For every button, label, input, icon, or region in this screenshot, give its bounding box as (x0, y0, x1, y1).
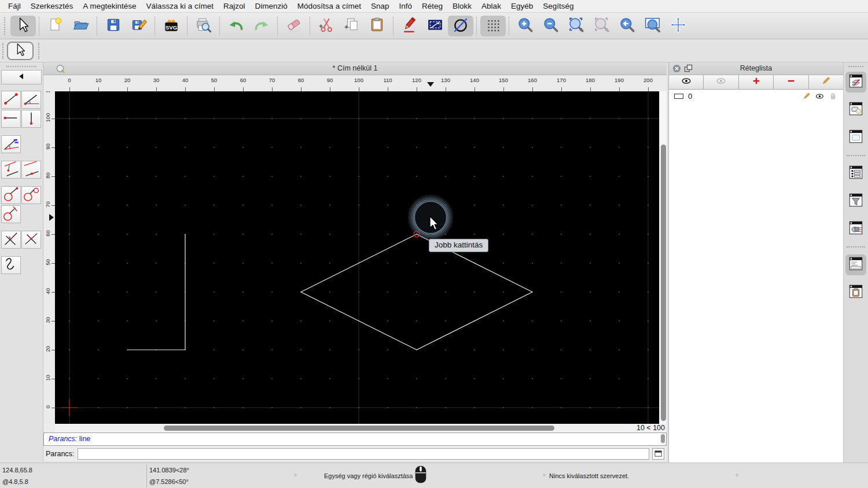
ruler-label: 80 (45, 168, 51, 183)
drawing-canvas[interactable]: Jobb kattintás (55, 91, 659, 424)
show-all-layers-button[interactable] (669, 75, 704, 89)
ruler-tick (417, 87, 417, 91)
command-history-label: Parancs: (49, 435, 77, 443)
undock-icon[interactable] (684, 64, 693, 77)
tool-line-vertical[interactable] (21, 110, 41, 128)
tool-line-tangent-circles[interactable] (21, 186, 41, 204)
new-document-button[interactable] (43, 16, 68, 36)
undo-button[interactable] (223, 16, 249, 36)
open-folder-icon (72, 16, 90, 36)
menu-blokk[interactable]: Blokk (453, 2, 472, 10)
layer-panel-header: Réteglista (669, 62, 843, 75)
dock-entity-list-button[interactable] (845, 163, 866, 184)
dock-clipboard-button[interactable] (845, 282, 866, 303)
menu-rajzol[interactable]: Rajzol (223, 2, 245, 10)
tool-line-angle[interactable] (21, 91, 41, 109)
vertical-scrollbar-thumb[interactable] (661, 145, 666, 421)
zoom-previous-button[interactable] (589, 16, 615, 36)
zoom-window-button[interactable] (640, 16, 665, 36)
tool-line-freehand[interactable] (1, 256, 21, 274)
menu-ablak[interactable]: Ablak (481, 2, 501, 10)
zoom-in-button[interactable] (513, 16, 538, 36)
draft-mode-button[interactable] (448, 16, 473, 36)
dock-layer-list-button[interactable] (845, 72, 866, 93)
edit-layer-button[interactable] (809, 75, 843, 89)
menu-infó[interactable]: Infó (399, 2, 413, 10)
save-button[interactable] (101, 16, 126, 36)
add-layer-button[interactable] (739, 75, 774, 89)
zoom-out-button[interactable] (538, 16, 564, 36)
layer-row[interactable]: 0 (669, 90, 843, 103)
horizontal-scrollbar-thumb[interactable] (164, 426, 554, 431)
palette-back-button[interactable] (1, 70, 42, 84)
ruler-label: 50 (205, 77, 223, 83)
ruler-label: 100 (45, 110, 51, 125)
tool-line-tangent-orthogonal[interactable] (1, 205, 21, 223)
vertical-ruler: 0102030405060708090100110 (43, 91, 55, 424)
menu-módosítsa-a-címet[interactable]: Módosítsa a címet (297, 2, 361, 10)
zoom-auto-button[interactable] (564, 16, 589, 36)
tool-line-parallel-through-point[interactable] (1, 161, 21, 179)
menu-a-megtekintése[interactable]: A megtekintése (83, 2, 136, 10)
save-as-button[interactable] (126, 16, 152, 36)
ruler-tick (590, 87, 591, 91)
dock-command-widget-button[interactable] (845, 254, 866, 275)
dock-entity-filter-button[interactable] (845, 191, 866, 212)
eye-icon[interactable] (815, 91, 825, 101)
tool-line-two-points[interactable] (1, 91, 21, 109)
ruler-tick (446, 87, 446, 91)
menu-fájl[interactable]: Fájl (8, 2, 21, 10)
print-preview-button[interactable] (191, 16, 216, 36)
command-options-button[interactable] (652, 448, 664, 460)
canvas-horizontal-scrollbar[interactable]: 10 < 100 (55, 424, 667, 432)
zoom-pan-button[interactable] (665, 16, 691, 36)
paste-button[interactable] (365, 16, 390, 36)
save-icon (105, 16, 122, 36)
command-input[interactable] (78, 448, 649, 460)
lock-icon[interactable] (828, 91, 838, 101)
menu-dimenzió[interactable]: Dimenzió (255, 2, 287, 10)
history-scrollbar[interactable] (660, 434, 665, 445)
back-arrow-icon (13, 69, 30, 86)
menu-egyéb[interactable]: Egyéb (511, 2, 533, 10)
menu-szerkesztés[interactable]: Szerkesztés (31, 2, 73, 10)
menu-réteg[interactable]: Réteg (422, 2, 443, 10)
ruler-label: 90 (321, 77, 339, 83)
select-tool-button[interactable] (7, 42, 34, 60)
toolbar-handle (4, 17, 9, 35)
select-tool-button[interactable] (10, 16, 36, 36)
redo-button[interactable] (249, 16, 274, 36)
tool-line-tangent-point-circle[interactable] (1, 186, 21, 204)
export-svg-button[interactable]: SVG (159, 16, 184, 36)
remove-layer-button[interactable] (774, 75, 808, 89)
menu-snap[interactable]: Snap (371, 2, 389, 10)
grid-toggle-button[interactable] (480, 16, 506, 36)
delete-entities-button[interactable] (281, 16, 307, 36)
menu-válassza-ki-a-címet[interactable]: Válassza ki a címet (146, 2, 214, 10)
dock-visual-settings-button[interactable] (845, 219, 866, 239)
canvas-vertical-scrollbar[interactable] (659, 91, 667, 424)
draw-pen-button[interactable] (397, 16, 422, 36)
tool-line-horizontal[interactable] (1, 110, 21, 128)
ruler-label: 60 (234, 77, 252, 83)
tool-line-bisector[interactable] (1, 135, 21, 153)
dock-library-browser-button[interactable] (845, 127, 866, 148)
tool-line-relative-angle[interactable] (1, 231, 21, 249)
cursor-arrow-icon (13, 42, 28, 60)
cut-button[interactable] (314, 16, 339, 36)
select-window-button[interactable] (422, 16, 448, 36)
close-icon[interactable] (672, 64, 681, 77)
ruler-label: 140 (466, 77, 483, 83)
open-document-button[interactable] (68, 16, 94, 36)
menu-segítség[interactable]: Segítség (543, 2, 573, 10)
hide-all-layers-button[interactable] (704, 75, 738, 89)
dock-block-list-button[interactable] (845, 99, 866, 120)
toolbar-separator (277, 17, 278, 35)
tool-line-orthogonal[interactable] (21, 231, 41, 249)
zoom-back-button[interactable] (615, 16, 640, 36)
ruler-corner (43, 75, 55, 91)
redo-icon (253, 16, 270, 36)
copy-button[interactable] (339, 16, 365, 36)
tool-line-parallel[interactable] (21, 161, 41, 179)
pencil-icon[interactable] (801, 91, 811, 101)
